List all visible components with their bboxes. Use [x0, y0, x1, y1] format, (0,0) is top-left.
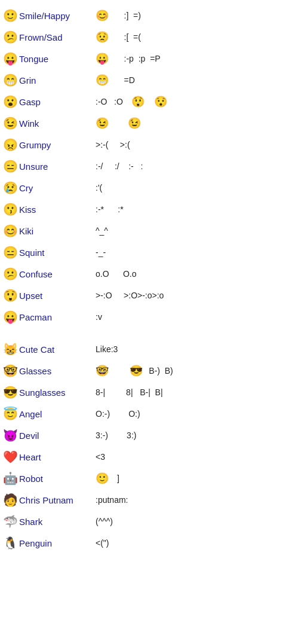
upset-codes: >-:O >:O>-:o>:o: [96, 291, 164, 300]
devil-icon: 😈: [2, 428, 18, 443]
pacman-codes: :v: [96, 312, 102, 322]
shark-name: Shark: [18, 517, 96, 527]
emoji-row-frown: 😕Frown/Sad😟 :[ =(: [2, 26, 299, 48]
unsure-content: :-/ :/ :- :: [96, 161, 299, 171]
heart-name: Heart: [18, 452, 96, 462]
emoji-row-squint: 😑Squint-_-: [2, 242, 299, 263]
penguin-icon: 🐧: [2, 535, 18, 551]
heart-content: <3: [96, 452, 299, 462]
kiss-icon: 😗: [2, 202, 18, 217]
emoji-row-gasp: 😮Gasp:-O :O 😲 😯: [2, 91, 299, 112]
grin-codes: =D: [115, 75, 135, 85]
grin-icon: 😁: [2, 72, 18, 88]
sunglasses-codes: 8-| 8| B-| B|: [96, 387, 163, 397]
emoji-row-angel: 😇AngelO:-) O:): [2, 403, 299, 425]
cutecat-content: Like:3: [96, 344, 299, 354]
grumpy-codes: >:-( >:(: [96, 140, 130, 149]
squint-codes: -_-: [96, 248, 106, 257]
robot-name: Robot: [18, 474, 96, 484]
emoji-row-upset: 😲Upset>-:O >:O>-:o>:o: [2, 285, 299, 306]
glasses-name: Glasses: [18, 366, 96, 376]
emoji-row-shark: 🦈Shark(^^^): [2, 511, 299, 532]
sunglasses-content: 8-| 8| B-| B|: [96, 387, 299, 397]
cutecat-name: Cute Cat: [18, 344, 96, 355]
glasses-content: 🤓 😎 B-) B): [96, 364, 299, 377]
sunglasses-icon: 😎: [2, 384, 18, 400]
cutecat-codes: Like:3: [96, 344, 118, 354]
glasses-sample1: 🤓: [96, 364, 109, 377]
emoji-row-devil: 😈Devil3:-) 3:): [2, 425, 299, 446]
squint-content: -_-: [96, 248, 299, 257]
tongue-sample: 😛: [96, 52, 109, 65]
gasp-icon: 😮: [2, 94, 18, 109]
tongue-name: Tongue: [18, 54, 96, 64]
emoji-row-kiss: 😗Kiss:-* :*: [2, 199, 299, 220]
smile-sample: 😊: [96, 9, 109, 22]
spacer: [2, 328, 299, 338]
heart-icon: ❤️: [2, 449, 18, 465]
glasses-icon: 🤓: [2, 363, 18, 379]
upset-content: >-:O >:O>-:o>:o: [96, 291, 299, 300]
kiki-codes: ^_^: [96, 226, 108, 236]
penguin-content: <("): [96, 538, 299, 548]
emoji-row-grin: 😁Grin😁 =D: [2, 69, 299, 91]
devil-codes: 3:-) 3:): [96, 431, 136, 440]
angel-icon: 😇: [2, 406, 18, 422]
cry-content: :'(: [96, 183, 299, 193]
wink-codes: 😉: [115, 117, 141, 130]
emoji-row-tongue: 😛Tongue😛 :-p :p =P: [2, 48, 299, 69]
emoji-row-cutecat: 😸Cute CatLike:3: [2, 338, 299, 360]
tongue-icon: 😛: [2, 51, 18, 66]
robot-codes: ]: [115, 474, 119, 483]
pacman-icon: 😛: [2, 309, 18, 325]
grin-sample: 😁: [96, 74, 109, 87]
glasses-codes: 😎 B-) B): [115, 364, 173, 377]
devil-content: 3:-) 3:): [96, 431, 299, 440]
sunglasses-name: Sunglasses: [18, 387, 96, 398]
angel-content: O:-) O:): [96, 409, 299, 419]
wink-name: Wink: [18, 118, 96, 129]
confuse-codes: o.O O.o: [96, 269, 136, 279]
chrisputnam-name: Chris Putnam: [18, 495, 96, 505]
emoji-row-confuse: 😕Confuseo.O O.o: [2, 263, 299, 285]
emoji-row-robot: 🤖Robot🙂 ]: [2, 468, 299, 489]
smile-codes: :] =): [115, 11, 141, 20]
emoji-row-pacman: 😛Pacman:v: [2, 306, 299, 328]
grin-name: Grin: [18, 75, 96, 86]
grumpy-icon: 😠: [2, 137, 18, 152]
heart-codes: <3: [96, 452, 105, 462]
squint-name: Squint: [18, 248, 96, 258]
emoji-row-wink: 😉Wink😉 😉: [2, 112, 299, 134]
emoji-row-chrisputnam: 🧑Chris Putnam:putnam:: [2, 489, 299, 511]
pacman-content: :v: [96, 312, 299, 322]
chrisputnam-icon: 🧑: [2, 492, 18, 508]
tongue-content: 😛 :-p :p =P: [96, 52, 299, 65]
shark-codes: (^^^): [96, 517, 113, 526]
cry-icon: 😢: [2, 180, 18, 196]
squint-icon: 😑: [2, 245, 18, 260]
kiki-name: Kiki: [18, 226, 96, 236]
grumpy-name: Grumpy: [18, 140, 96, 150]
wink-icon: 😉: [2, 115, 18, 131]
emoji-row-unsure: 😑Unsure:-/ :/ :- :: [2, 155, 299, 177]
unsure-icon: 😑: [2, 158, 18, 174]
grumpy-content: >:-( >:(: [96, 140, 299, 149]
smile-icon: 🙂: [2, 8, 18, 23]
devil-name: Devil: [18, 431, 96, 441]
emoji-row-kiki: 😊Kiki^_^: [2, 220, 299, 242]
smile-content: 😊 :] =): [96, 9, 299, 22]
kiss-codes: :-* :*: [96, 205, 124, 214]
upset-name: Upset: [18, 291, 96, 301]
shark-icon: 🦈: [2, 514, 18, 529]
penguin-codes: <("): [96, 538, 109, 548]
emoji-row-smile: 🙂Smile/Happy😊 :] =): [2, 5, 299, 26]
robot-icon: 🤖: [2, 471, 18, 486]
kiki-content: ^_^: [96, 226, 299, 236]
wink-content: 😉 😉: [96, 117, 299, 130]
kiki-icon: 😊: [2, 223, 18, 239]
gasp-codes: :-O :O 😲 😯: [96, 95, 167, 108]
emoji-list: 🙂Smile/Happy😊 :] =)😕Frown/Sad😟 :[ =(😛Ton…: [2, 5, 299, 554]
cry-name: Cry: [18, 183, 96, 193]
angel-name: Angel: [18, 409, 96, 419]
angel-codes: O:-) O:): [96, 409, 140, 419]
